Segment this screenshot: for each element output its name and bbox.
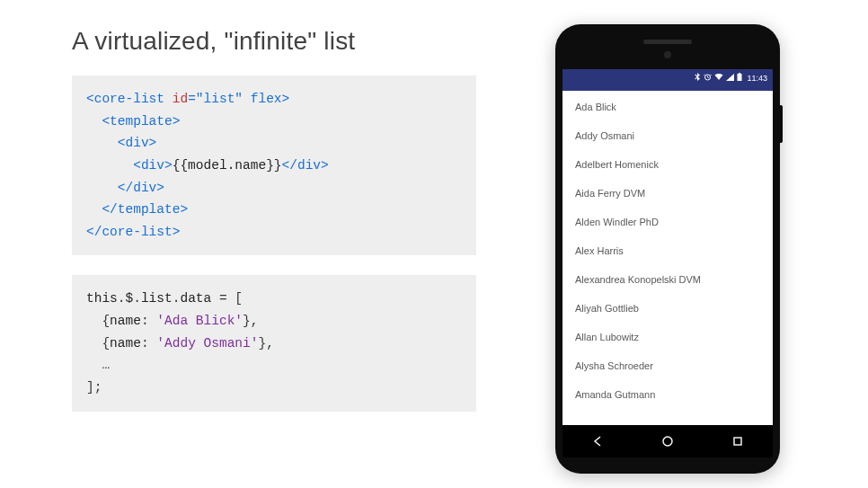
code-token: </core-list>	[86, 225, 180, 239]
code-token: name	[110, 314, 141, 328]
wifi-icon	[714, 74, 723, 83]
nav-home-button[interactable]	[642, 435, 693, 448]
phone-mockup: 11:43 Ada Blick Addy Osmani Adelbert Hom…	[555, 24, 780, 474]
code-token: .	[118, 291, 126, 306]
svg-rect-4	[734, 438, 741, 445]
bluetooth-icon	[695, 73, 701, 84]
code-token: {{model.name}}	[173, 158, 282, 173]
code-token: :	[141, 314, 156, 328]
list-item[interactable]: Allan Lubowitz	[562, 323, 773, 351]
code-token: <div>	[86, 136, 156, 150]
list-item[interactable]: Aida Ferry DVM	[562, 179, 773, 208]
code-block-script: this.$.list.data = [ {name: 'Ada Blick'}…	[72, 275, 476, 411]
list-item[interactable]: Ada Blick	[562, 93, 773, 121]
status-bar: 11:43	[562, 69, 773, 87]
code-token: 'Addy Osmani'	[156, 336, 258, 350]
code-token: 'Ada Blick'	[156, 314, 243, 328]
nav-bar	[562, 425, 773, 457]
svg-rect-1	[738, 74, 742, 81]
list-item[interactable]: Amanda Gutmann	[562, 380, 773, 409]
code-token: .	[133, 291, 141, 306]
list-item[interactable]: Aliyah Gottlieb	[562, 294, 773, 323]
code-token: name	[110, 336, 141, 350]
code-token: …	[86, 358, 110, 372]
code-token: $	[126, 291, 134, 306]
slide-title: A virtualized, "infinite" list	[72, 27, 476, 56]
list-item[interactable]: Alysha Schroeder	[562, 351, 773, 380]
code-token: this	[86, 291, 118, 306]
svg-point-3	[663, 437, 672, 446]
code-token: id	[164, 92, 188, 106]
list-item[interactable]: Alex Harris	[562, 236, 773, 265]
code-token: },	[258, 336, 273, 350]
code-token: {	[86, 314, 110, 328]
phone-screen: 11:43 Ada Blick Addy Osmani Adelbert Hom…	[562, 69, 773, 425]
code-token: <template>	[86, 114, 180, 129]
code-token: {	[86, 336, 110, 350]
code-token: :	[141, 336, 156, 350]
list-item[interactable]: Alexandrea Konopelski DVM	[562, 265, 773, 294]
alarm-icon	[704, 73, 712, 83]
code-token: ];	[86, 380, 102, 395]
list-item[interactable]: Adelbert Homenick	[562, 150, 773, 179]
code-token: data	[180, 291, 219, 306]
battery-icon	[737, 73, 742, 83]
code-token: = [	[219, 291, 243, 306]
list-item[interactable]: Alden Windler PhD	[562, 208, 773, 236]
signal-icon	[726, 74, 734, 83]
code-token: ="list" flex>	[188, 92, 289, 106]
code-token: </div>	[86, 181, 164, 195]
nav-recent-button[interactable]	[713, 435, 763, 448]
code-token: <div>	[86, 158, 173, 173]
status-time: 11:43	[747, 74, 767, 83]
code-token: </div>	[282, 158, 329, 173]
code-token: },	[243, 314, 258, 328]
code-token: <core-list	[86, 92, 164, 106]
list-item[interactable]: Addy Osmani	[562, 121, 773, 150]
code-block-markup: <core-list id="list" flex> <template> <d…	[72, 75, 476, 255]
svg-rect-2	[739, 73, 740, 75]
nav-back-button[interactable]	[572, 435, 623, 448]
code-token: </template>	[86, 202, 188, 217]
code-token: list	[141, 291, 173, 306]
phone-power-button	[780, 105, 783, 143]
contact-list[interactable]: Ada Blick Addy Osmani Adelbert Homenick …	[562, 91, 773, 425]
